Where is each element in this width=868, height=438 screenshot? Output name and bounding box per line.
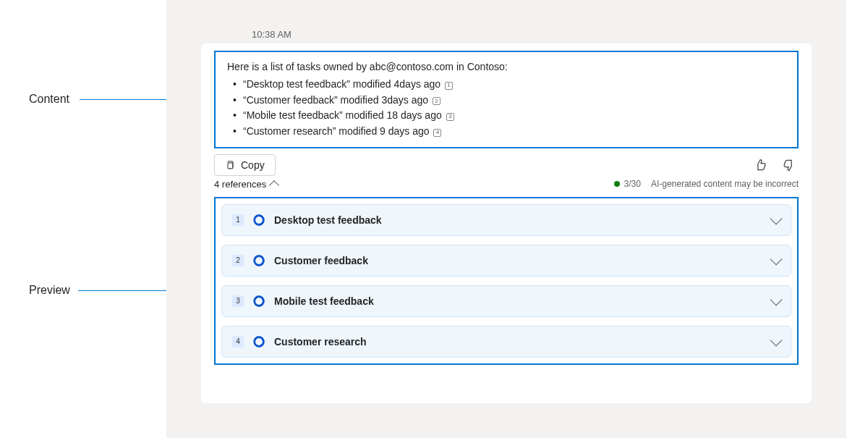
- thumbs-up-icon: [754, 158, 768, 172]
- reference-number-badge: 1: [232, 214, 244, 226]
- thumbs-down-button[interactable]: [778, 155, 799, 175]
- content-section: Here is a list of tasks owned by abc@con…: [214, 51, 799, 148]
- copy-icon: [225, 160, 235, 170]
- task-list-item: “Customer feedback” modified 3days ago 2: [243, 93, 786, 109]
- usage-text: 3/30: [624, 179, 641, 189]
- reference-item[interactable]: 3Mobile test feedback: [221, 285, 791, 317]
- page-canvas: 10:38 AM Here is a list of tasks owned b…: [166, 0, 846, 438]
- preview-section: 1Desktop test feedback2Customer feedback…: [214, 197, 799, 365]
- svg-rect-0: [228, 163, 233, 169]
- status-dot-icon: [614, 181, 620, 187]
- citation-badge[interactable]: 1: [445, 82, 453, 90]
- reference-title: Desktop test feedback: [274, 214, 382, 226]
- citation-badge[interactable]: 3: [446, 113, 454, 121]
- chevron-down-icon: [770, 212, 783, 224]
- references-count-label: 4 references: [214, 179, 266, 190]
- meta-row: 4 references 3/30 AI-generated content m…: [214, 179, 799, 190]
- chevron-down-icon: [770, 334, 783, 346]
- reference-title: Customer feedback: [274, 255, 368, 266]
- annotation-content-label: Content: [29, 93, 69, 106]
- thumbs-up-button[interactable]: [751, 155, 771, 175]
- caret-up-icon: [269, 180, 279, 190]
- reference-number-badge: 3: [232, 295, 244, 307]
- reference-number-badge: 2: [232, 255, 244, 266]
- chevron-down-icon: [770, 293, 783, 306]
- ai-disclaimer: AI-generated content may be incorrect: [651, 179, 799, 189]
- action-row: Copy: [214, 154, 799, 176]
- reference-item[interactable]: 1Desktop test feedback: [221, 204, 791, 236]
- task-list: “Desktop test feedback” modified 4days a…: [227, 77, 786, 140]
- loop-icon: [252, 254, 265, 267]
- copy-button[interactable]: Copy: [214, 154, 276, 176]
- message-card: Here is a list of tasks owned by abc@con…: [201, 43, 812, 403]
- message-timestamp: 10:38 AM: [252, 29, 292, 40]
- task-list-item: “Mobile test feedback” modified 18 days …: [243, 108, 786, 124]
- annotation-preview-label: Preview: [29, 284, 70, 297]
- loop-icon: [252, 295, 265, 308]
- reference-title: Mobile test feedback: [274, 295, 374, 307]
- thumbs-down-icon: [781, 158, 796, 172]
- chevron-down-icon: [770, 253, 783, 265]
- reference-item[interactable]: 2Customer feedback: [221, 245, 791, 277]
- copy-button-label: Copy: [241, 159, 265, 171]
- reference-title: Customer research: [274, 336, 367, 348]
- task-list-item: “Desktop test feedback” modified 4days a…: [243, 77, 786, 93]
- loop-icon: [252, 335, 265, 348]
- usage-indicator: 3/30: [614, 179, 641, 189]
- loop-icon: [252, 214, 265, 227]
- content-intro-text: Here is a list of tasks owned by abc@con…: [227, 61, 786, 72]
- reference-item[interactable]: 4Customer research: [221, 326, 791, 358]
- reference-number-badge: 4: [232, 336, 244, 348]
- citation-badge[interactable]: 2: [433, 97, 441, 105]
- citation-badge[interactable]: 4: [433, 129, 441, 137]
- references-toggle[interactable]: 4 references: [214, 179, 278, 190]
- task-list-item: “Customer research” modified 9 days ago …: [243, 124, 786, 140]
